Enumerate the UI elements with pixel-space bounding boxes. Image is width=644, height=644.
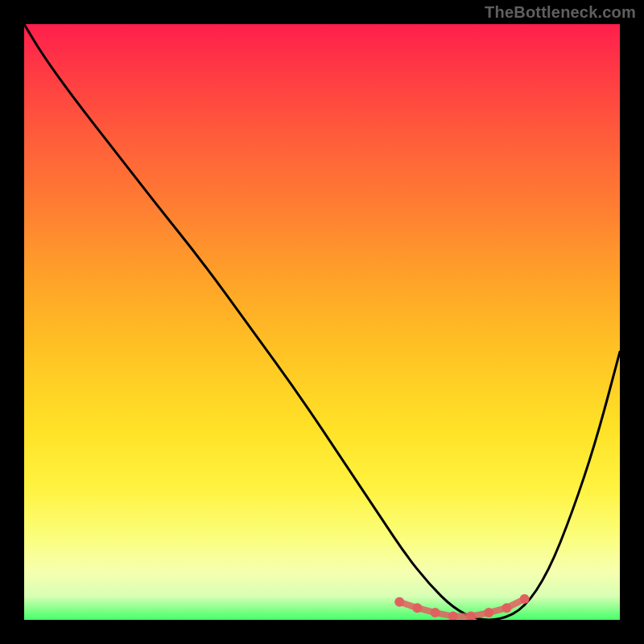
chart-container: TheBottleneck.com [0, 0, 644, 644]
marker-dot [431, 608, 440, 617]
plot-area [24, 24, 620, 620]
bottleneck-curve [24, 24, 620, 620]
marker-dot [520, 594, 530, 604]
marker-dot [412, 603, 422, 613]
watermark-text: TheBottleneck.com [485, 3, 636, 22]
curve-overlay [24, 24, 620, 620]
marker-dot [484, 608, 493, 617]
plot-frame [24, 24, 620, 620]
marker-dot [394, 597, 404, 607]
marker-dot [502, 603, 511, 613]
curve-path [24, 24, 620, 620]
